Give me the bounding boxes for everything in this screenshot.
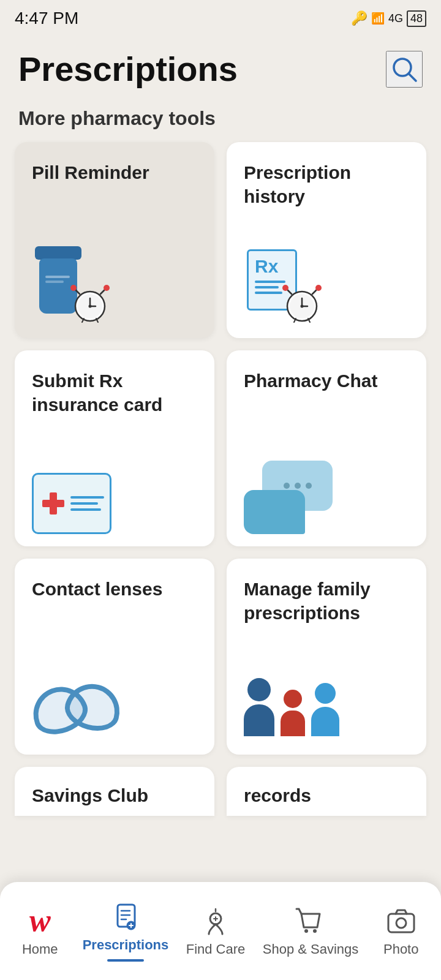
tool-card-submit-rx[interactable]: Submit Rx insurance card bbox=[15, 350, 214, 546]
contact-lenses-icon bbox=[32, 657, 197, 742]
tool-card-pill-reminder[interactable]: Pill Reminder bbox=[15, 142, 214, 338]
svg-point-35 bbox=[304, 929, 308, 933]
family-prescriptions-icon bbox=[244, 657, 409, 742]
header: Prescriptions bbox=[0, 37, 441, 95]
insurance-card-icon bbox=[32, 448, 197, 534]
signal-icon: 4G bbox=[388, 12, 403, 25]
nav-item-photo[interactable]: Photo bbox=[368, 899, 435, 963]
prescription-history-title: Prescription history bbox=[244, 160, 409, 208]
partial-cards-row: Savings Club records bbox=[0, 761, 441, 816]
submit-rx-title: Submit Rx insurance card bbox=[32, 369, 197, 417]
nav-item-home[interactable]: w Home bbox=[6, 899, 74, 963]
savings-club-card[interactable]: Savings Club bbox=[15, 767, 214, 816]
status-bar: 4:47 PM 🔑 📶 4G 48 bbox=[0, 0, 441, 37]
rx-alarm-clock-icon bbox=[281, 283, 323, 326]
pill-reminder-icon bbox=[32, 240, 197, 326]
svg-point-6 bbox=[89, 305, 92, 308]
nav-label-find-care: Find Care bbox=[186, 941, 246, 957]
nav-item-find-care[interactable]: Find Care bbox=[178, 899, 254, 963]
tool-card-pharmacy-chat[interactable]: Pharmacy Chat bbox=[227, 350, 426, 546]
svg-point-36 bbox=[313, 929, 317, 933]
status-time: 4:47 PM bbox=[15, 9, 78, 28]
tool-card-contact-lenses[interactable]: Contact lenses bbox=[15, 559, 214, 755]
search-button[interactable] bbox=[386, 51, 423, 88]
bottle-cap bbox=[35, 246, 81, 260]
shop-icon bbox=[295, 905, 326, 937]
nav-item-shop-savings[interactable]: Shop & Savings bbox=[254, 899, 368, 963]
tools-grid: Pill Reminder bbox=[0, 136, 441, 761]
alarm-clock-icon bbox=[69, 283, 111, 326]
records-card[interactable]: records bbox=[227, 767, 426, 816]
savings-club-title: Savings Club bbox=[32, 785, 148, 805]
pharmacy-chat-title: Pharmacy Chat bbox=[244, 369, 409, 393]
chat-icon bbox=[244, 448, 409, 534]
bottom-nav: w Home Prescriptions bbox=[0, 882, 441, 980]
section-label: More pharmacy tools bbox=[0, 95, 441, 136]
svg-point-19 bbox=[282, 285, 288, 291]
page-title: Prescriptions bbox=[18, 49, 238, 89]
svg-point-17 bbox=[301, 305, 304, 308]
tool-card-prescription-history[interactable]: Prescription history Rx bbox=[227, 142, 426, 338]
photo-icon bbox=[385, 905, 417, 937]
svg-point-10 bbox=[104, 285, 110, 291]
pill-reminder-title: Pill Reminder bbox=[32, 160, 197, 184]
prescriptions-icon bbox=[110, 900, 141, 932]
active-indicator bbox=[107, 959, 144, 962]
home-icon: w bbox=[24, 905, 56, 937]
nav-label-shop-savings: Shop & Savings bbox=[263, 941, 359, 957]
tool-card-manage-family[interactable]: Manage family prescriptions bbox=[227, 559, 426, 755]
svg-point-38 bbox=[396, 918, 406, 928]
nav-label-home: Home bbox=[22, 941, 58, 957]
sim-icon: 📶 bbox=[371, 12, 385, 25]
svg-point-21 bbox=[315, 285, 322, 291]
find-care-icon bbox=[200, 905, 232, 937]
manage-family-title: Manage family prescriptions bbox=[244, 577, 409, 625]
search-icon bbox=[390, 55, 419, 84]
nav-label-photo: Photo bbox=[383, 941, 419, 957]
nav-item-prescriptions[interactable]: Prescriptions bbox=[74, 894, 178, 968]
prescription-history-icon: Rx bbox=[244, 240, 409, 326]
cross-icon bbox=[42, 492, 64, 514]
svg-point-8 bbox=[70, 285, 77, 291]
battery-icon: 48 bbox=[407, 10, 426, 27]
svg-line-1 bbox=[409, 74, 416, 81]
status-icons: 🔑 📶 4G 48 bbox=[351, 10, 426, 27]
key-icon: 🔑 bbox=[351, 10, 368, 26]
svg-rect-37 bbox=[388, 914, 414, 932]
nav-label-prescriptions: Prescriptions bbox=[83, 937, 169, 953]
contact-lenses-title: Contact lenses bbox=[32, 577, 197, 601]
records-title: records bbox=[244, 785, 311, 805]
